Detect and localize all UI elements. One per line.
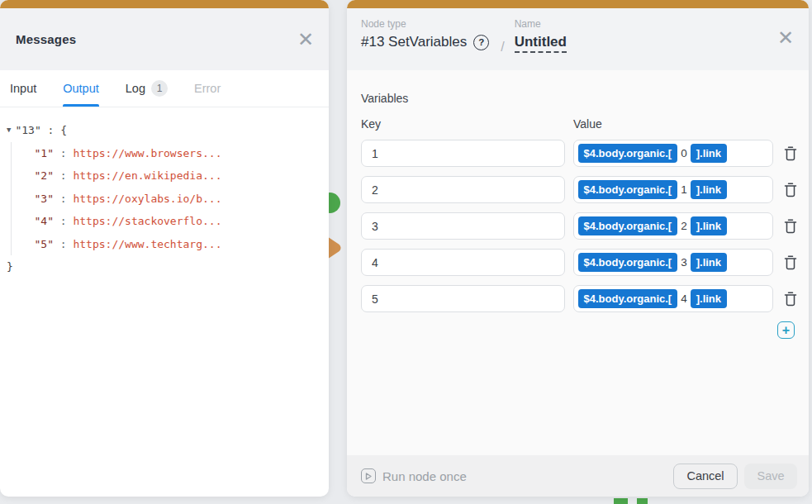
messages-title: Messages [16, 32, 76, 46]
json-entry: "1" : https://www.browsers... [35, 142, 321, 165]
chip-index-text[interactable]: 2 [681, 220, 687, 232]
save-button[interactable]: Save [744, 464, 797, 489]
node-type-value-row: #13 SetVariables ? [361, 34, 489, 50]
expression-chip[interactable]: ].link [691, 180, 727, 199]
add-row-container: + [361, 321, 797, 339]
json-entry: "4" : https://stackoverflo... [35, 210, 321, 233]
value-input[interactable]: $4.body.organic.[ 3 ].link [573, 249, 773, 276]
panel-accent-bar [0, 0, 329, 8]
node-name-group: Name Untitled [515, 18, 567, 53]
tab-log[interactable]: Log 1 [126, 70, 168, 107]
key-input[interactable] [361, 212, 565, 240]
trash-icon [784, 146, 797, 161]
collapse-triangle-icon[interactable]: ▼ [7, 119, 11, 142]
key-input[interactable] [361, 176, 565, 203]
json-close-brace: } [7, 255, 321, 278]
json-output-viewer: ▼ "13" : { "1" : https://www.browsers...… [0, 107, 329, 278]
tab-log-label: Log [126, 82, 145, 95]
node-editor-footer: Run node once Cancel Save [347, 455, 809, 497]
delete-row-button[interactable] [784, 255, 797, 270]
json-value: https://stackoverflo... [73, 215, 221, 227]
expression-chip[interactable]: $4.body.organic.[ [578, 216, 678, 235]
value-input[interactable]: $4.body.organic.[ 1 ].link [573, 176, 773, 203]
workflow-node-fragment [614, 498, 628, 504]
node-editor-header: Node type #13 SetVariables ? / Name Unti… [347, 8, 809, 70]
value-input[interactable]: $4.body.organic.[ 2 ].link [573, 212, 773, 240]
node-type-value: #13 SetVariables [361, 34, 467, 50]
messages-header: Messages ✕ [0, 8, 329, 70]
tab-error[interactable]: Error [194, 70, 221, 107]
value-input[interactable]: $4.body.organic.[ 4 ].link [573, 285, 773, 312]
play-icon [361, 468, 376, 483]
key-input[interactable] [361, 249, 565, 276]
node-editor-panel: Node type #13 SetVariables ? / Name Unti… [347, 0, 809, 497]
json-colon: : [54, 169, 73, 182]
json-value: https://www.techtarg... [73, 238, 221, 250]
expression-chip[interactable]: ].link [691, 144, 727, 163]
chip-index-text[interactable]: 1 [681, 183, 687, 196]
node-editor-body: Variables Key Value $4.body.organic.[ 0 … [347, 70, 809, 455]
log-count-badge: 1 [151, 80, 168, 97]
value-input[interactable]: $4.body.organic.[ 0 ].link [573, 140, 773, 167]
add-variable-button[interactable]: + [777, 321, 795, 339]
close-icon[interactable]: ✕ [297, 30, 314, 50]
expression-chip[interactable]: ].link [691, 289, 727, 308]
run-node-once-button[interactable]: Run node once [361, 468, 467, 483]
json-value: https://www.browsers... [73, 147, 221, 159]
json-key: "4" [35, 215, 54, 227]
json-colon: : [54, 147, 73, 159]
json-entry: "5" : https://www.techtarg... [35, 233, 321, 256]
key-input[interactable] [361, 140, 565, 167]
json-root-key: "13" [15, 119, 40, 142]
delete-row-button[interactable] [784, 183, 797, 197]
trash-icon [784, 183, 797, 197]
variable-row: $4.body.organic.[ 2 ].link [361, 212, 797, 240]
expression-chip[interactable]: $4.body.organic.[ [578, 253, 678, 272]
json-value: https://en.wikipedia... [73, 169, 221, 182]
json-root-line: ▼ "13" : { [7, 119, 321, 142]
chip-index-text[interactable]: 0 [681, 147, 687, 159]
messages-tab-bar: Input Output Log 1 Error [0, 70, 329, 107]
json-entry: "2" : https://en.wikipedia... [35, 164, 321, 188]
key-input[interactable] [361, 285, 565, 312]
cancel-button[interactable]: Cancel [673, 464, 738, 489]
header-separator: / [501, 40, 504, 55]
trash-icon [784, 255, 797, 270]
json-entry: "3" : https://oxylabs.io/b... [35, 188, 321, 211]
panel-accent-bar [347, 0, 809, 8]
variable-row: $4.body.organic.[ 3 ].link [361, 249, 797, 276]
tab-input[interactable]: Input [10, 70, 36, 107]
key-column-header: Key [361, 117, 573, 131]
expression-chip[interactable]: ].link [691, 216, 727, 235]
json-key: "3" [35, 193, 54, 205]
chip-index-text[interactable]: 4 [681, 292, 687, 305]
json-colon: : [54, 193, 73, 205]
delete-row-button[interactable] [784, 292, 797, 307]
expression-chip[interactable]: $4.body.organic.[ [578, 180, 678, 199]
delete-row-button[interactable] [784, 219, 797, 234]
variables-column-headers: Key Value [361, 117, 797, 131]
close-icon[interactable]: ✕ [777, 28, 794, 48]
trash-icon [784, 292, 797, 307]
json-key: "1" [35, 147, 54, 159]
help-icon[interactable]: ? [473, 35, 489, 50]
json-value: https://oxylabs.io/b... [73, 193, 221, 205]
chip-index-text[interactable]: 3 [681, 256, 687, 269]
run-node-once-label: Run node once [382, 469, 467, 483]
expression-chip[interactable]: $4.body.organic.[ [578, 289, 678, 308]
value-column-header: Value [573, 117, 602, 131]
variable-row: $4.body.organic.[ 0 ].link [361, 140, 797, 167]
delete-row-button[interactable] [784, 146, 797, 161]
json-colon: : [54, 215, 73, 227]
tab-output[interactable]: Output [63, 70, 99, 107]
json-key: "5" [35, 238, 54, 250]
expression-chip[interactable]: ].link [691, 253, 727, 272]
workflow-node-fragment [637, 498, 648, 504]
node-type-label: Node type [361, 18, 489, 30]
json-open-brace [41, 119, 48, 142]
variable-row: $4.body.organic.[ 1 ].link [361, 176, 797, 203]
expression-chip[interactable]: $4.body.organic.[ [578, 144, 678, 163]
json-open-brace: : { [48, 119, 67, 142]
node-name-value[interactable]: Untitled [515, 34, 567, 53]
node-name-label: Name [515, 18, 567, 30]
